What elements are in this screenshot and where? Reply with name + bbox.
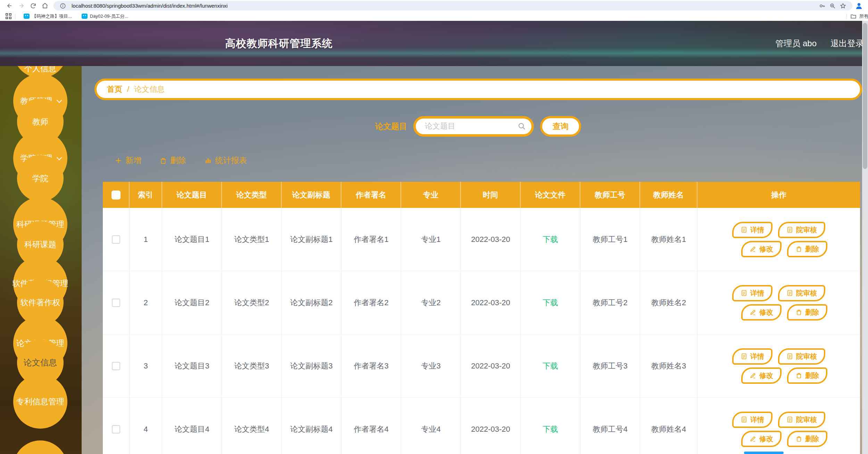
download-link[interactable]: 下载 [543, 424, 558, 435]
download-link[interactable]: 下载 [543, 234, 558, 245]
sidebar-item-college[interactable]: 学院 [17, 155, 64, 202]
back-icon[interactable] [3, 1, 15, 11]
detail-button[interactable]: 详情 [732, 348, 772, 365]
bookmark-label: 【码神之路】项目... [32, 13, 72, 19]
detail-button[interactable]: 详情 [732, 285, 772, 301]
url-text: localhost:8080/springbootl33wm/admin/dis… [72, 3, 817, 9]
cell-type: 论文类型4 [222, 398, 282, 454]
logout-button[interactable]: 退出登录 [830, 38, 864, 49]
cell-actions: 详情 院审核 修改 删除 [697, 208, 860, 271]
cell-teacher-id: 教师工号1 [580, 208, 640, 271]
breadcrumb-home-link[interactable]: 首页 [107, 84, 122, 95]
row-checkbox[interactable] [112, 425, 120, 433]
table-row: 1 论文题目1 论文类型1 论文副标题1 作者署名1 专业1 2022-03-2… [103, 208, 860, 271]
divider [15, 14, 15, 19]
bookmark-item[interactable]: Day02-09-员工分... [82, 13, 129, 19]
detail-button[interactable]: 详情 [732, 412, 772, 428]
remove-button[interactable]: 删除 [787, 304, 827, 321]
cell-teacher-id: 教师工号2 [580, 271, 640, 334]
sidebar-group-patent-info-mgmt[interactable]: 专利信息管理 [13, 374, 67, 429]
breadcrumb-separator: / [127, 85, 129, 94]
cell-teacher-name: 教师姓名2 [640, 271, 697, 334]
forward-icon[interactable] [15, 1, 27, 11]
download-link[interactable]: 下载 [543, 361, 558, 371]
table-row: 4 论文题目4 论文类型4 论文副标题4 作者署名4 专业4 2022-03-2… [103, 398, 860, 454]
add-button[interactable]: 新增 [115, 155, 141, 166]
home-icon[interactable] [39, 1, 51, 11]
zoom-icon[interactable] [827, 2, 838, 10]
url-bar[interactable]: localhost:8080/springbootl33wm/admin/dis… [53, 1, 852, 10]
cell-major: 专业3 [401, 334, 461, 398]
row-checkbox[interactable] [112, 299, 120, 307]
page-scrollbar[interactable] [862, 21, 868, 454]
cell-actions: 详情 院审核 修改 删除 [697, 398, 860, 454]
cell-index: 3 [130, 334, 162, 398]
column-header: 教师姓名 [640, 182, 697, 208]
review-button[interactable]: 院审核 [778, 285, 825, 301]
cell-index: 1 [130, 208, 162, 271]
cell-actions: 详情 院审核 修改 删除 [697, 334, 860, 398]
breadcrumb: 首页 / 论文信息 [94, 79, 862, 100]
cell-teacher-name: 教师姓名1 [640, 208, 697, 271]
cell-date: 2022-03-20 [461, 398, 521, 454]
review-button[interactable]: 院审核 [778, 222, 825, 238]
cell-author: 作者署名1 [341, 208, 401, 271]
search-input-wrapper [413, 116, 534, 137]
search-input[interactable] [425, 122, 518, 131]
pencil-icon [750, 245, 757, 252]
row-checkbox[interactable] [112, 235, 120, 244]
app-header: 高校教师科研管理系统 管理员 abo 退出登录 [0, 21, 868, 66]
chevron-down-icon [56, 97, 62, 103]
column-header: 操作 [697, 182, 860, 208]
remove-button[interactable]: 删除 [787, 241, 827, 257]
star-icon[interactable] [838, 2, 848, 10]
edit-button[interactable]: 修改 [741, 431, 782, 447]
row-checkbox[interactable] [112, 362, 120, 370]
bookmarks-bar: 【码神之路】项目... Day02-09-员工分... 所有书签 [0, 11, 868, 21]
trash-icon [795, 309, 802, 316]
breadcrumb-current: 论文信息 [134, 84, 165, 95]
edit-button[interactable]: 修改 [741, 304, 782, 321]
password-key-icon[interactable] [817, 2, 827, 10]
cell-type: 论文类型2 [222, 271, 282, 334]
profile-avatar[interactable] [854, 1, 863, 10]
query-button[interactable]: 查询 [540, 116, 581, 137]
cell-title: 论文题目3 [162, 334, 222, 398]
apps-grid-icon[interactable] [6, 13, 11, 19]
detail-button[interactable]: 详情 [732, 222, 772, 238]
document-icon [786, 353, 793, 360]
report-button[interactable]: 统计报表 [204, 155, 247, 166]
cell-date: 2022-03-20 [461, 271, 521, 334]
remove-button[interactable]: 删除 [787, 431, 827, 447]
all-bookmarks-button[interactable]: 所有书签 [843, 13, 868, 19]
refresh-icon[interactable] [27, 1, 39, 11]
cell-major: 专业2 [401, 271, 461, 334]
info-icon[interactable] [58, 2, 68, 10]
cell-type: 论文类型3 [222, 334, 282, 398]
app-title: 高校教师科研管理系统 [225, 37, 333, 51]
delete-button[interactable]: 删除 [159, 155, 186, 166]
document-icon [741, 290, 747, 297]
column-header: 论文文件 [521, 182, 580, 208]
scrollbar-thumb[interactable] [863, 23, 867, 169]
review-button[interactable]: 院审核 [778, 348, 825, 365]
edit-button[interactable]: 修改 [741, 241, 782, 257]
trash-icon [795, 435, 802, 442]
horizontal-scroll-indicator[interactable] [744, 452, 784, 454]
browser-toolbar: localhost:8080/springbootl33wm/admin/dis… [0, 0, 868, 11]
document-icon [741, 226, 747, 233]
select-all-checkbox[interactable] [111, 190, 121, 200]
review-button[interactable]: 院审核 [778, 412, 825, 428]
cell-subtitle: 论文副标题1 [282, 208, 341, 271]
edit-button[interactable]: 修改 [741, 367, 782, 384]
sidebar-item-partial-bottom[interactable] [13, 440, 67, 454]
cell-teacher-id: 教师工号3 [580, 334, 640, 398]
remove-button[interactable]: 删除 [787, 367, 827, 384]
bookmark-item[interactable]: 【码神之路】项目... [24, 13, 72, 19]
search-form: 论文题目 查询 [375, 116, 581, 137]
table-row: 3 论文题目3 论文类型3 论文副标题3 作者署名3 专业3 2022-03-2… [103, 334, 860, 398]
column-header: 时间 [461, 182, 521, 208]
pencil-icon [750, 372, 757, 379]
download-link[interactable]: 下载 [543, 298, 558, 308]
search-icon [518, 122, 526, 130]
